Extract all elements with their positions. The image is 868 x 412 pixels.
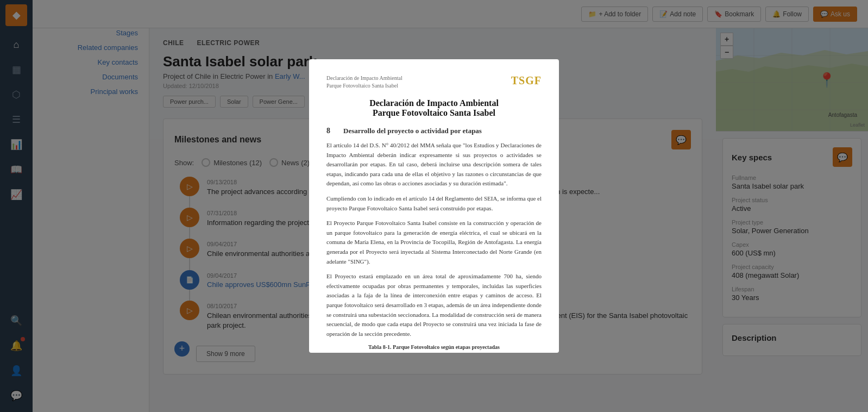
modal-section-title: Desarrollo del proyecto o actividad por … (343, 127, 482, 135)
modal-para-2: Cumpliendo con lo indicado en el artícul… (326, 194, 542, 213)
modal-header: Declaración de Impacto Ambiental Parque … (326, 74, 542, 90)
modal-doc-subtitle: Declaración de Impacto Ambiental Parque … (326, 74, 402, 90)
modal-overlay[interactable]: Declaración de Impacto Ambiental Parque … (0, 0, 868, 412)
modal-para-1: El artículo 14 del D.S. N° 40/2012 del M… (326, 141, 542, 189)
modal-section-num: 8 (326, 127, 330, 135)
modal-table-caption: Tabla 8-1. Parque Fotovoltaico según eta… (326, 344, 542, 350)
modal-para-3: El Proyecto Parque Fotovoltaico Santa Is… (326, 219, 542, 266)
modal-main-title: Declaración de Impacto Ambiental Parque … (326, 98, 542, 118)
modal-logo: TSGF (511, 74, 542, 87)
document-modal: Declaración de Impacto Ambiental Parque … (309, 59, 559, 353)
modal-para-4: El Proyecto estará emplazado en un área … (326, 272, 542, 339)
